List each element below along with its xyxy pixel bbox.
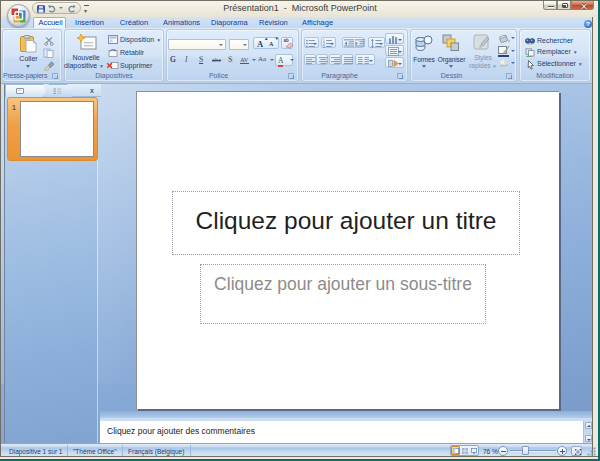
svg-text:3: 3 — [323, 45, 325, 48]
